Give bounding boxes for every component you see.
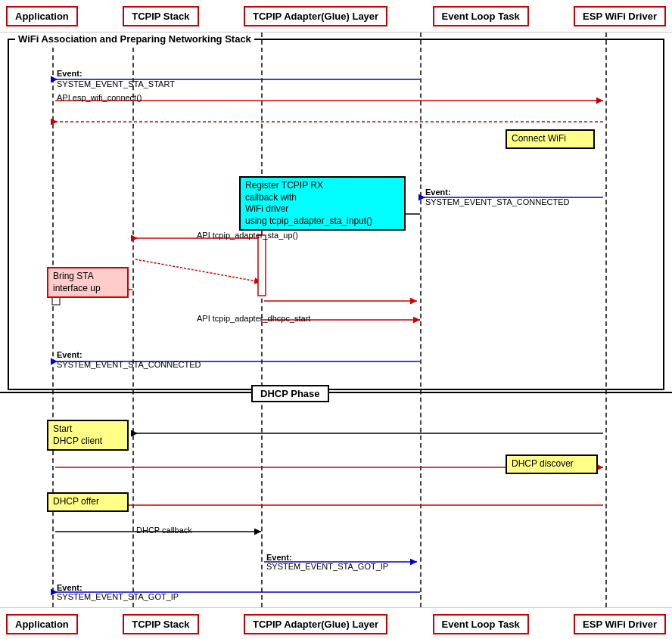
section1-title: WiFi Association and Preparing Networkin… — [15, 33, 254, 45]
diagram-area: WiFi Association and Preparing Networkin… — [0, 32, 672, 608]
event-sta-connected2-text: SYSTEM_EVENT_STA_CONNECTED — [57, 360, 201, 369]
header-actor-tcpip: TCPIP Stack — [123, 6, 198, 26]
event-sta-connected-label: Event: — [425, 188, 451, 197]
header-actor-wifi: ESP WiFi Driver — [574, 6, 666, 26]
footer-actor-adapter: TCPIP Adapter(Glue) Layer — [244, 614, 387, 634]
event-got-ip2-text: SYSTEM_EVENT_STA_GOT_IP — [57, 592, 179, 601]
event-got-ip1-text: SYSTEM_EVENT_STA_GOT_IP — [266, 562, 388, 571]
footer-actor-app: Application — [6, 614, 78, 634]
header-actor-adapter: TCPIP Adapter(Glue) Layer — [244, 6, 387, 26]
footer-bar: Application TCPIP Stack TCPIP Adapter(Gl… — [0, 608, 672, 639]
api-sta-up-label: API tcpip_adapter_sta_up() — [197, 231, 298, 240]
connect-wifi-note: Connect WiFi — [506, 129, 595, 149]
event-sta-connected-text: SYSTEM_EVENT_STA_CONNECTED — [425, 197, 570, 206]
dhcp-callback-label: DHCP callback — [136, 526, 192, 535]
register-tcpip-note: Register TCPIP RXcallback withWiFi drive… — [239, 176, 406, 231]
api-connect-label: API esp_wifi_connect() — [57, 93, 142, 102]
event-sta-connected2-label: Event: — [57, 350, 82, 359]
event1-text: SYSTEM_EVENT_STA_START — [57, 79, 175, 88]
footer-actor-tcpip: TCPIP Stack — [123, 614, 198, 634]
bring-sta-note: Bring STAinterface up — [47, 267, 129, 298]
event-got-ip2-label: Event: — [57, 583, 82, 592]
event1-label: Event: — [57, 69, 82, 78]
divider-line — [0, 392, 672, 393]
footer-actor-wifi: ESP WiFi Driver — [574, 614, 666, 634]
divider-label: DHCP Phase — [251, 385, 329, 402]
event-got-ip1-label: Event: — [266, 553, 292, 562]
dhcp-discover-note: DHCP discover — [506, 454, 598, 474]
footer-actor-event: Event Loop Task — [433, 614, 529, 634]
header-actor-app: Application — [6, 6, 78, 26]
api-dhcpc-start-label: API tcpip_adapter_dhcpc_start — [197, 314, 310, 323]
dhcp-offer-note: DHCP offer — [47, 492, 129, 512]
header-bar: Application TCPIP Stack TCPIP Adapter(Gl… — [0, 0, 672, 32]
start-dhcp-note: StartDHCP client — [47, 420, 129, 451]
header-actor-event: Event Loop Task — [433, 6, 529, 26]
